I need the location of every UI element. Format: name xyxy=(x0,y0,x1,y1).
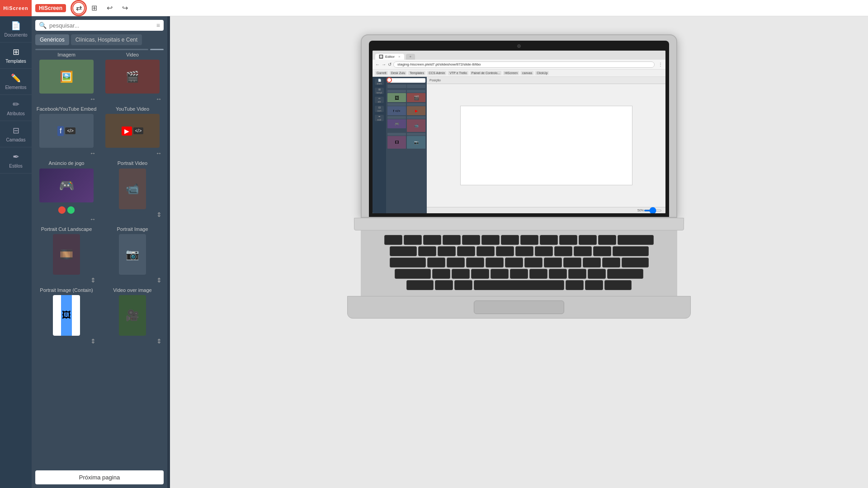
laptop-base xyxy=(354,218,684,230)
mini-sidebar-templates: ⊞ templ xyxy=(375,88,384,94)
browser-reload-icon[interactable]: ↺ xyxy=(388,62,392,67)
mini-sidebar-attrs: ✏ attr xyxy=(375,97,384,103)
key xyxy=(540,235,558,245)
mini-template-fb: f </> xyxy=(387,103,406,115)
browser-menu-icon[interactable]: ⋮ xyxy=(658,62,663,67)
search-input[interactable] xyxy=(49,22,154,29)
close-tab-icon[interactable]: × xyxy=(398,55,401,59)
key xyxy=(443,235,461,245)
browser-url-bar[interactable]: staging-hiscreen.pleld7.pt/slideshow/872… xyxy=(393,61,655,68)
template-thumb-game[interactable]: 🎮 xyxy=(39,169,94,202)
tab-clinicas[interactable]: Clínicas, Hospitais e Cent xyxy=(71,34,142,45)
key xyxy=(505,258,523,267)
redo-button[interactable]: ↪ xyxy=(118,2,131,14)
elementos-icon: ✏️ xyxy=(11,73,21,83)
key xyxy=(549,269,567,279)
list-item: YouTube Video ▶ </> ↔ xyxy=(101,106,164,157)
mini-tab-2 xyxy=(407,84,426,88)
bookmark-canvas[interactable]: canvas xyxy=(521,71,533,75)
template-label-imagen: Imagem xyxy=(57,52,75,58)
top-toolbar: HiScreen ⇄ ⊞ ↩ ↪ xyxy=(32,0,868,16)
key xyxy=(588,269,606,279)
template-thumb-video[interactable]: 🎬 xyxy=(105,60,160,94)
sidebar-logo: HiScreen xyxy=(0,0,32,16)
templates-panel: 🔍 ≡ Genéricos Clínicas, Hospitais e Cent… xyxy=(32,16,167,488)
laptop-trackpad[interactable] xyxy=(474,300,564,314)
list-item: Imagem 🖼️ ↔ xyxy=(35,52,98,103)
key-lshift xyxy=(395,269,431,279)
tab-genericos[interactable]: Genéricos xyxy=(35,34,69,45)
panel-tabs: Genéricos Clínicas, Hospitais e Cent xyxy=(32,34,167,49)
sidebar-item-elementos[interactable]: ✏️ Elementos xyxy=(0,69,32,95)
filter-icon[interactable]: ≡ xyxy=(156,22,160,29)
mini-sidebar-layers: ⊟ cam xyxy=(375,106,384,112)
search-bar: 🔍 ≡ xyxy=(35,20,164,31)
bookmark-desk-zulu[interactable]: Desk Zulu xyxy=(390,71,407,75)
key-rshift xyxy=(607,269,643,279)
bookmark-hiscreen[interactable]: HiScreen xyxy=(503,71,519,75)
zoom-slider[interactable] xyxy=(644,210,662,211)
sidebar-item-atributos[interactable]: ✏ Atributos xyxy=(0,95,32,121)
key xyxy=(524,258,542,267)
mini-sidebar-styles: ✒ estil xyxy=(375,115,384,121)
template-thumb-video-over-image[interactable]: 🎥 xyxy=(119,295,146,336)
key-ctrl xyxy=(406,280,434,290)
mini-template-pimage: 📷 xyxy=(407,133,425,149)
template-label-yt: YouTube Video xyxy=(116,106,149,112)
browser-forward-icon[interactable]: → xyxy=(382,62,386,67)
browser-tab-editor[interactable]: 🔲 Editor × xyxy=(375,54,404,60)
toggle-off-icon: ⬤ xyxy=(58,205,66,214)
bookmark-templates[interactable]: Templates xyxy=(408,71,425,75)
key xyxy=(404,235,422,245)
template-thumb-yt[interactable]: ▶ </> xyxy=(105,114,160,148)
bookmark-garrett[interactable]: Garrett xyxy=(375,71,388,75)
template-label-portrait-cut: Portrait Cut Landscape xyxy=(41,226,92,232)
camadas-icon: ⊟ xyxy=(13,126,19,136)
key xyxy=(435,280,453,290)
template-thumb-imagen[interactable]: 🖼️ xyxy=(39,60,94,94)
browser-back-icon[interactable]: ← xyxy=(375,62,380,67)
sidebar-item-camadas[interactable]: ⊟ Camadas xyxy=(0,121,32,147)
key xyxy=(471,269,489,279)
key xyxy=(585,280,603,290)
template-thumb-portrait-video[interactable]: 📹 xyxy=(119,169,146,209)
next-page-button[interactable]: Próxima pagina xyxy=(35,470,164,484)
bookmark-ccs-admin[interactable]: CCS Admin xyxy=(427,71,446,75)
bookmark-clickup[interactable]: ClickUp xyxy=(535,71,549,75)
key xyxy=(418,246,436,256)
back-button[interactable]: ⇄ xyxy=(72,2,85,14)
sidebar-item-templates[interactable]: ⊞ Templates xyxy=(0,42,32,69)
bookmark-vtp[interactable]: VTP e Trello xyxy=(448,71,468,75)
mini-template-yt: ▶ xyxy=(407,103,425,115)
sidebar-item-documento[interactable]: 📄 Documento xyxy=(0,16,32,42)
key xyxy=(476,246,495,256)
browser-tab-new[interactable]: + xyxy=(406,54,415,60)
bookmark-painel[interactable]: Painel de Controlo... xyxy=(470,71,501,75)
key xyxy=(462,235,480,245)
key xyxy=(535,246,553,256)
template-thumb-portrait-cut[interactable]: 🎞️ xyxy=(53,234,80,275)
list-item: Video over image 🎥 ⇕ xyxy=(101,287,164,345)
key xyxy=(432,269,450,279)
template-thumb-portrait-image-contain[interactable]: 🖼 xyxy=(53,295,80,336)
browser-tab-favicon: 🔲 xyxy=(379,55,383,59)
mini-template-game: 🎮 xyxy=(387,116,406,132)
key xyxy=(574,246,592,256)
sidebar-label-atributos: Atributos xyxy=(7,111,24,116)
key xyxy=(566,280,584,290)
template-thumb-portrait-image[interactable]: 📷 xyxy=(119,234,146,275)
key-caps xyxy=(390,258,426,267)
sidebar-item-estilos[interactable]: ✒ Estilos xyxy=(0,147,32,174)
sidebar-label-documento: Documento xyxy=(4,33,27,38)
list-item: Facebook/YouTube Embed f </> ↔ xyxy=(35,106,98,157)
key xyxy=(457,246,475,256)
canvas-white-area[interactable] xyxy=(460,106,632,185)
template-label-portrait-image: Portrait Image xyxy=(117,226,148,232)
estilos-icon: ✒ xyxy=(13,152,19,162)
key xyxy=(520,235,538,245)
key-space xyxy=(474,280,564,290)
template-thumb-fb[interactable]: f </> xyxy=(39,114,94,148)
key xyxy=(602,258,620,267)
layout-button[interactable]: ⊞ xyxy=(88,2,100,14)
undo-button[interactable]: ↩ xyxy=(103,2,116,14)
